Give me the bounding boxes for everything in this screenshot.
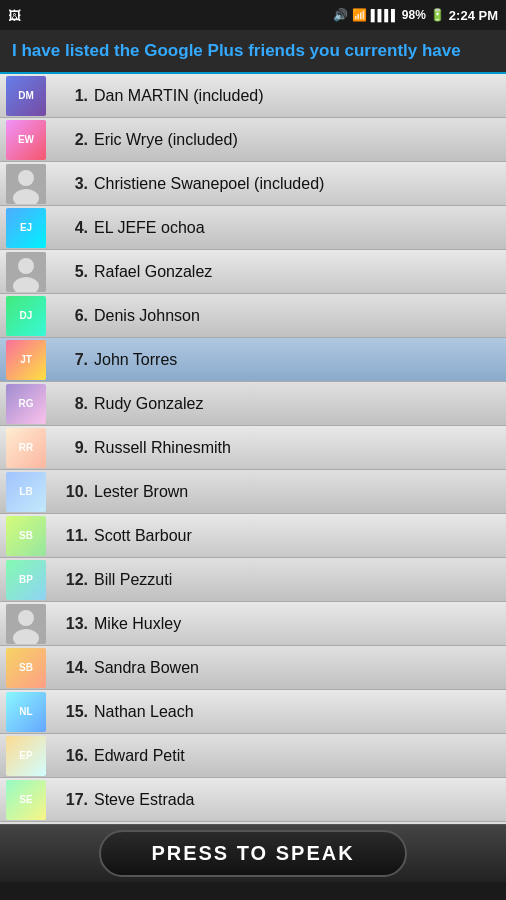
avatar-image [6,252,46,292]
item-number: 1. [52,87,88,105]
item-number: 5. [52,263,88,281]
item-number: 13. [52,615,88,633]
item-name: Nathan Leach [94,703,194,721]
list-item[interactable]: RG8.Rudy Gonzalez [0,382,506,426]
item-number: 9. [52,439,88,457]
signal-icon: ▌▌▌▌ [371,9,398,21]
item-name: Sandra Bowen [94,659,199,677]
item-number: 6. [52,307,88,325]
item-number: 3. [52,175,88,193]
photo-icon: 🖼 [8,8,21,23]
avatar: SE [6,780,46,820]
avatar: RG [6,384,46,424]
item-number: 11. [52,527,88,545]
item-name: Scott Barbour [94,527,192,545]
avatar-image: RG [6,384,46,424]
item-name: EL JEFE ochoa [94,219,205,237]
item-name: Rudy Gonzalez [94,395,203,413]
item-name: Edward Petit [94,747,185,765]
svg-rect-9 [6,824,46,825]
avatar: EJ [6,208,46,248]
list-item[interactable]: SE17.Steve Estrada [0,778,506,822]
item-name: Christiene Swanepoel (included) [94,175,324,193]
avatar: DM [6,76,46,116]
avatar-image: DJ [6,296,46,336]
item-name: Rafael Gonzalez [94,263,212,281]
list-item[interactable]: BP12.Bill Pezzuti [0,558,506,602]
item-name: Bill Pezzuti [94,571,172,589]
battery-icon: 🔋 [430,8,445,22]
avatar-image: JT [6,340,46,380]
avatar-image [6,824,46,825]
list-item[interactable]: SB11.Scott Barbour [0,514,506,558]
header: I have listed the Google Plus friends yo… [0,30,506,74]
avatar-image: SB [6,516,46,556]
item-number: 8. [52,395,88,413]
item-name: Dan MARTIN (included) [94,87,264,105]
avatar-image: RR [6,428,46,468]
list-item[interactable]: EP16.Edward Petit [0,734,506,778]
avatar-image: BP [6,560,46,600]
list-item[interactable]: EW2.Eric Wrye (included) [0,118,506,162]
item-name: Denis Johnson [94,307,200,325]
avatar-image: EJ [6,208,46,248]
list-item[interactable]: NL15.Nathan Leach [0,690,506,734]
avatar: LB [6,472,46,512]
avatar-image: NL [6,692,46,732]
avatar: EP [6,736,46,776]
press-to-speak-label: PRESS TO SPEAK [151,842,354,865]
item-number: 16. [52,747,88,765]
item-name: John Torres [94,351,177,369]
friends-list: DM1.Dan MARTIN (included)EW2.Eric Wrye (… [0,74,506,824]
item-number: 10. [52,483,88,501]
status-left: 🖼 [8,8,21,23]
avatar-image: EP [6,736,46,776]
item-name: Steve Estrada [94,791,195,809]
item-number: 12. [52,571,88,589]
item-number: 2. [52,131,88,149]
svg-point-7 [18,610,34,626]
avatar: SB [6,648,46,688]
avatar-image: SB [6,648,46,688]
status-bar: 🖼 🔊 📶 ▌▌▌▌ 98% 🔋 2:24 PM [0,0,506,30]
list-item[interactable]: 5.Rafael Gonzalez [0,250,506,294]
item-number: 17. [52,791,88,809]
avatar-image [6,604,46,644]
avatar-image: SE [6,780,46,820]
list-item[interactable]: DJ6.Denis Johnson [0,294,506,338]
wifi-icon: 📶 [352,8,367,22]
item-number: 4. [52,219,88,237]
svg-point-1 [18,170,34,186]
avatar [6,824,46,825]
avatar: NL [6,692,46,732]
list-item[interactable]: 3.Christiene Swanepoel (included) [0,162,506,206]
bottom-bar: PRESS TO SPEAK [0,824,506,882]
item-number: 15. [52,703,88,721]
avatar-image [6,164,46,204]
clock: 2:24 PM [449,8,498,23]
item-name: Russell Rhinesmith [94,439,231,457]
item-name: Mike Huxley [94,615,181,633]
avatar-image: DM [6,76,46,116]
list-item[interactable]: JT7.John Torres [0,338,506,382]
svg-point-4 [18,258,34,274]
avatar: JT [6,340,46,380]
item-number: 14. [52,659,88,677]
list-item[interactable]: 13.Mike Huxley [0,602,506,646]
list-item[interactable]: DM1.Dan MARTIN (included) [0,74,506,118]
item-name: Lester Brown [94,483,188,501]
avatar-image: EW [6,120,46,160]
avatar [6,164,46,204]
list-item[interactable]: EJ4.EL JEFE ochoa [0,206,506,250]
header-text: I have listed the Google Plus friends yo… [12,40,494,62]
avatar: EW [6,120,46,160]
list-item[interactable]: RR9.Russell Rhinesmith [0,426,506,470]
list-item[interactable]: LB10.Lester Brown [0,470,506,514]
battery-level: 98% [402,8,426,22]
avatar: DJ [6,296,46,336]
status-right: 🔊 📶 ▌▌▌▌ 98% 🔋 2:24 PM [333,8,498,23]
press-to-speak-button[interactable]: PRESS TO SPEAK [99,830,406,877]
avatar [6,604,46,644]
list-item[interactable]: SB14.Sandra Bowen [0,646,506,690]
item-name: Eric Wrye (included) [94,131,238,149]
